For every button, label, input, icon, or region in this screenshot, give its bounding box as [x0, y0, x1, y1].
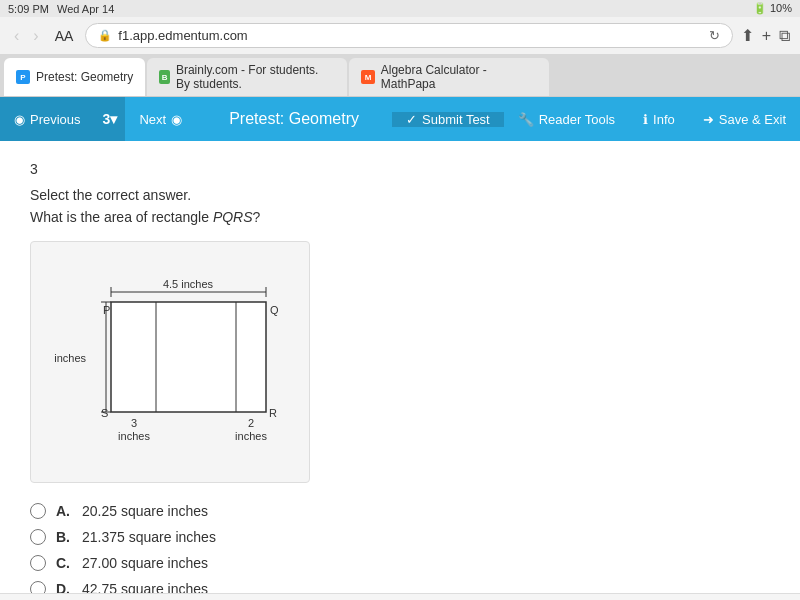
question-italic: PQRS	[213, 209, 253, 225]
svg-text:P: P	[103, 304, 110, 316]
submit-test-button[interactable]: ✓ Submit Test	[392, 112, 504, 127]
back-button[interactable]: ‹	[10, 25, 23, 47]
answer-choice-c[interactable]: C. 27.00 square inches	[30, 555, 770, 571]
reader-tools-label: Reader Tools	[539, 112, 615, 127]
answer-value-d: 42.75 square inches	[82, 581, 208, 593]
tab-pretest[interactable]: P Pretest: Geometry	[4, 58, 145, 96]
save-exit-button[interactable]: ➜ Save & Exit	[689, 112, 800, 127]
app-title: Pretest: Geometry	[196, 110, 392, 128]
radio-b[interactable]	[30, 529, 46, 545]
svg-text:inches: inches	[235, 430, 267, 442]
tab-brainly[interactable]: B Brainly.com - For students. By student…	[147, 58, 347, 96]
svg-text:inches: inches	[118, 430, 150, 442]
footer: © 2021 Edmentum. All rights reserved.	[0, 593, 800, 600]
svg-text:4.5 inches: 4.5 inches	[163, 278, 214, 290]
radio-c[interactable]	[30, 555, 46, 571]
answer-value-b: 21.375 square inches	[82, 529, 216, 545]
svg-text:2: 2	[248, 417, 254, 429]
svg-text:Q: Q	[270, 304, 279, 316]
pretest-favicon: P	[16, 70, 30, 84]
answer-choice-b[interactable]: B. 21.375 square inches	[30, 529, 770, 545]
battery-icon: 🔋	[753, 2, 767, 14]
next-button[interactable]: Next ◉	[125, 97, 196, 141]
browser-actions: ⬆ + ⧉	[741, 26, 790, 45]
question-nav: 3 ▾	[95, 97, 126, 141]
submit-check-icon: ✓	[406, 112, 417, 127]
answer-choice-a[interactable]: A. 20.25 square inches	[30, 503, 770, 519]
save-exit-icon: ➜	[703, 112, 714, 127]
answer-choices: A. 20.25 square inches B. 21.375 square …	[30, 503, 770, 593]
toolbar-right: ✓ Submit Test 🔧 Reader Tools ℹ Info ➜ Sa…	[392, 112, 800, 127]
browser-nav-buttons: ‹ ›	[10, 25, 43, 47]
info-button[interactable]: ℹ Info	[629, 112, 689, 127]
svg-text:S: S	[101, 407, 108, 419]
diagram-container: 4.5 inches P Q S R 4.5 inches 3 inches 2…	[30, 241, 310, 483]
reader-mode-button[interactable]: AA	[51, 26, 78, 46]
answer-letter-c: C.	[56, 555, 72, 571]
submit-label: Submit Test	[422, 112, 490, 127]
radio-d[interactable]	[30, 581, 46, 593]
rectangle-diagram: 4.5 inches P Q S R 4.5 inches 3 inches 2…	[51, 262, 289, 462]
url-text: f1.app.edmentum.com	[118, 28, 702, 43]
reader-tools-icon: 🔧	[518, 112, 534, 127]
browser-tabs: P Pretest: Geometry B Brainly.com - For …	[0, 54, 800, 96]
radio-a[interactable]	[30, 503, 46, 519]
question-text-suffix: ?	[253, 209, 261, 225]
previous-button[interactable]: ◉ Previous	[0, 97, 95, 141]
question-text-prefix: What is the area of rectangle	[30, 209, 213, 225]
svg-text:3: 3	[131, 417, 137, 429]
tab-brainly-label: Brainly.com - For students. By students.	[176, 63, 335, 91]
answer-choice-d[interactable]: D. 42.75 square inches	[30, 581, 770, 593]
answer-value-c: 27.00 square inches	[82, 555, 208, 571]
next-icon: ◉	[171, 112, 182, 127]
status-day: Wed Apr 14	[57, 3, 114, 15]
question-dropdown-icon[interactable]: ▾	[110, 111, 117, 127]
reader-tools-button[interactable]: 🔧 Reader Tools	[504, 112, 629, 127]
app-toolbar: ◉ Previous 3 ▾ Next ◉ Pretest: Geometry …	[0, 97, 800, 141]
info-label: Info	[653, 112, 675, 127]
answer-letter-b: B.	[56, 529, 72, 545]
question-instruction: Select the correct answer.	[30, 187, 770, 203]
previous-label: Previous	[30, 112, 81, 127]
forward-button[interactable]: ›	[29, 25, 42, 47]
main-content: 3 Select the correct answer. What is the…	[0, 141, 800, 593]
add-tab-button[interactable]: +	[762, 27, 771, 45]
lock-icon: 🔒	[98, 29, 112, 42]
next-label: Next	[139, 112, 166, 127]
tabs-button[interactable]: ⧉	[779, 27, 790, 45]
question-number-display: 3	[30, 161, 770, 177]
tab-mathpapa-label: Algebra Calculator - MathPapa	[381, 63, 538, 91]
question-body: What is the area of rectangle PQRS?	[30, 209, 770, 225]
status-bar: 5:09 PM Wed Apr 14 🔋 10%	[0, 0, 800, 17]
save-exit-label: Save & Exit	[719, 112, 786, 127]
svg-text:4.5 inches: 4.5 inches	[51, 352, 87, 364]
battery-level: 10%	[770, 2, 792, 14]
svg-rect-4	[111, 302, 266, 412]
tab-pretest-label: Pretest: Geometry	[36, 70, 133, 84]
brainly-favicon: B	[159, 70, 170, 84]
mathpapa-favicon: M	[361, 70, 374, 84]
url-bar[interactable]: 🔒 f1.app.edmentum.com ↻	[85, 23, 732, 48]
share-button[interactable]: ⬆	[741, 26, 754, 45]
browser-top-bar: ‹ › AA 🔒 f1.app.edmentum.com ↻ ⬆ + ⧉	[0, 17, 800, 54]
reader-mode-label: AA	[55, 28, 74, 44]
tab-mathpapa[interactable]: M Algebra Calculator - MathPapa	[349, 58, 549, 96]
answer-value-a: 20.25 square inches	[82, 503, 208, 519]
answer-letter-a: A.	[56, 503, 72, 519]
browser-chrome: 5:09 PM Wed Apr 14 🔋 10% ‹ › AA 🔒 f1.app…	[0, 0, 800, 97]
status-time: 5:09 PM	[8, 3, 49, 15]
answer-letter-d: D.	[56, 581, 72, 593]
svg-text:R: R	[269, 407, 277, 419]
refresh-icon[interactable]: ↻	[709, 28, 720, 43]
prev-icon: ◉	[14, 112, 25, 127]
info-icon: ℹ	[643, 112, 648, 127]
